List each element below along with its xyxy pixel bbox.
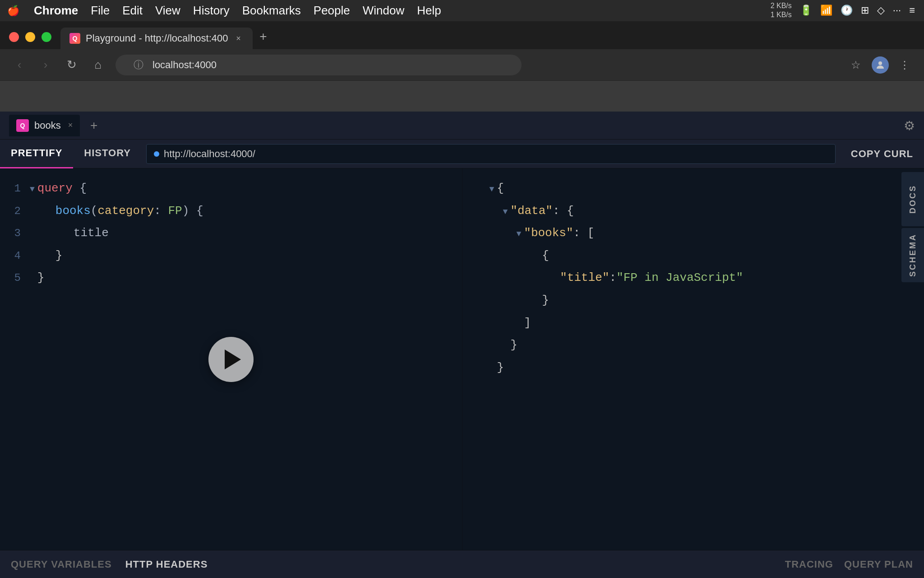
graphql-playground: Q books × + ⚙ PRETTIFY HISTORY http://lo… — [0, 112, 924, 578]
menubar-people[interactable]: People — [314, 4, 350, 18]
playground-tab-name: books — [34, 120, 61, 131]
minimize-window-button[interactable] — [25, 32, 35, 42]
playground-add-tab-button[interactable]: + — [84, 116, 103, 135]
response-line-2: ▼ "data": { — [462, 200, 924, 223]
menubar-status-area: 2 KB/s 1 KB/s 🔋 📶 🕐 ⊞ ◇ ··· ≡ — [771, 1, 915, 20]
play-icon — [225, 350, 241, 369]
menubar-help[interactable]: Help — [417, 4, 441, 18]
address-text: localhost:4000 — [152, 59, 217, 71]
address-security-icon: ⓘ — [134, 58, 143, 72]
browser-frame: Q Playground - http://localhost:400 × + … — [0, 21, 924, 112]
playground-tab-close[interactable]: × — [68, 121, 73, 130]
schema-panel-button[interactable]: SCHEMA — [901, 228, 924, 282]
code-line-3: 3 ▼ title — [0, 222, 462, 245]
fold-icon[interactable]: ▼ — [490, 183, 494, 196]
menu-list-icon[interactable]: ≡ — [909, 5, 915, 17]
traffic-lights — [5, 32, 60, 49]
playground-tab-bar: Q books × + ⚙ — [0, 112, 924, 140]
tab-bar: Q Playground - http://localhost:400 × + — [0, 21, 924, 49]
bottom-right-buttons: TRACING QUERY PLAN — [785, 559, 913, 570]
response-line-3: ▼ "books": [ — [462, 222, 924, 245]
back-button[interactable]: ‹ — [11, 56, 28, 74]
endpoint-url-bar[interactable]: http://localhost:4000/ — [146, 144, 836, 164]
settings-icon[interactable]: ⚙ — [904, 118, 915, 133]
tab-close-button[interactable]: × — [234, 33, 244, 43]
menubar-window[interactable]: Window — [363, 4, 404, 18]
apple-menu[interactable]: 🍎 — [7, 5, 19, 17]
prettify-button[interactable]: PRETTIFY — [0, 140, 73, 168]
address-input[interactable]: ⓘ localhost:4000 — [116, 55, 522, 75]
forward-button[interactable]: › — [37, 56, 54, 74]
network-stats: 2 KB/s 1 KB/s — [771, 1, 792, 20]
editor-area: 1 ▼ query { 2 ▼ books(category: FP) { 3 … — [0, 168, 924, 550]
response-line-7: ▼ ] — [462, 312, 924, 335]
copy-curl-button[interactable]: COPY CURL — [840, 140, 924, 168]
query-variables-button[interactable]: QUERY VARIABLES — [11, 559, 112, 570]
code-line-2: 2 ▼ books(category: FP) { — [0, 200, 462, 223]
side-panels: DOCS SCHEMA — [897, 168, 924, 550]
bookmark-button[interactable]: ☆ — [847, 56, 864, 74]
tab-favicon: Q — [69, 33, 80, 44]
menu-extras[interactable]: ··· — [893, 5, 901, 17]
response-line-1: ▼ { — [462, 177, 924, 200]
code-line-1: 1 ▼ query { — [0, 177, 462, 200]
tracing-button[interactable]: TRACING — [785, 559, 833, 570]
chrome-menu-button[interactable]: ⋮ — [896, 56, 913, 74]
close-window-button[interactable] — [9, 32, 19, 42]
response-line-9: ▼ } — [462, 357, 924, 379]
address-bar-actions: ☆ ⋮ — [847, 56, 913, 74]
response-line-5: ▼ "title": "FP in JavaScript" — [462, 267, 924, 289]
profile-button[interactable] — [872, 56, 889, 74]
menubar: 🍎 Chrome File Edit View History Bookmark… — [0, 0, 924, 21]
response-line-4: ▼ { — [462, 245, 924, 267]
playground-tab-books[interactable]: Q books × — [9, 115, 80, 136]
menubar-file[interactable]: File — [91, 4, 110, 18]
history-button[interactable]: HISTORY — [73, 140, 142, 168]
battery-icon: 🔋 — [800, 5, 812, 17]
menubar-view[interactable]: View — [155, 4, 180, 18]
browser-gap — [0, 81, 924, 112]
code-line-4: 4 ▼ } — [0, 245, 462, 267]
menubar-chrome[interactable]: Chrome — [34, 4, 78, 18]
clock-icon: 🕐 — [841, 5, 853, 17]
reload-button[interactable]: ↻ — [63, 56, 80, 74]
docs-label: DOCS — [908, 185, 918, 214]
browser-tab-active[interactable]: Q Playground - http://localhost:400 × — [60, 28, 253, 49]
response-line-6: ▼ } — [462, 289, 924, 312]
response-panel: ▼ { ▼ "data": { ▼ "books": [ ▼ { ▼ "titl… — [462, 168, 924, 550]
address-bar: ‹ › ↻ ⌂ ⓘ localhost:4000 ☆ ⋮ — [0, 49, 924, 81]
response-line-8: ▼ } — [462, 334, 924, 357]
wifi-icon: 📶 — [820, 5, 832, 17]
siri-icon[interactable]: ◇ — [877, 5, 885, 17]
connection-status-dot — [154, 151, 159, 157]
home-button[interactable]: ⌂ — [89, 56, 106, 74]
endpoint-url-text: http://localhost:4000/ — [164, 148, 255, 160]
playground-toolbar: PRETTIFY HISTORY http://localhost:4000/ … — [0, 140, 924, 168]
tab-title: Playground - http://localhost:400 — [86, 33, 228, 44]
new-tab-button[interactable]: + — [254, 28, 273, 46]
maximize-window-button[interactable] — [42, 32, 51, 42]
control-center-icon[interactable]: ⊞ — [861, 5, 869, 17]
fold-icon[interactable]: ▼ — [503, 205, 508, 219]
schema-label: SCHEMA — [908, 233, 918, 277]
menubar-history[interactable]: History — [193, 4, 230, 18]
query-plan-button[interactable]: QUERY PLAN — [844, 559, 913, 570]
http-headers-button[interactable]: HTTP HEADERS — [125, 559, 208, 570]
menubar-bookmarks[interactable]: Bookmarks — [242, 4, 301, 18]
svg-point-0 — [878, 61, 882, 65]
bottom-bar: QUERY VARIABLES HTTP HEADERS TRACING QUE… — [0, 550, 924, 578]
playground-tab-icon: Q — [16, 119, 29, 132]
execute-query-button[interactable] — [208, 337, 254, 382]
fold-icon[interactable]: ▼ — [517, 228, 522, 241]
docs-panel-button[interactable]: DOCS — [901, 172, 924, 226]
code-line-5: 5 ▼ } — [0, 267, 462, 289]
fold-arrow-1[interactable]: ▼ — [30, 183, 35, 196]
menubar-edit[interactable]: Edit — [122, 4, 143, 18]
query-editor[interactable]: 1 ▼ query { 2 ▼ books(category: FP) { 3 … — [0, 168, 462, 550]
